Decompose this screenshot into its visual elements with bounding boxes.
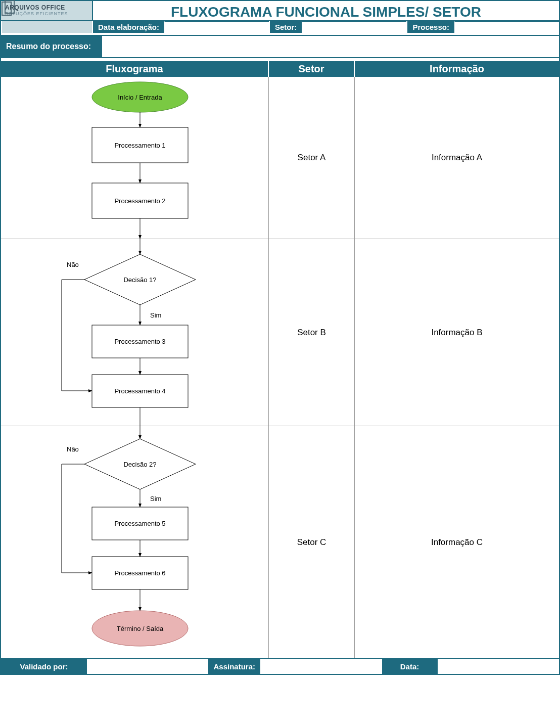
meta-processo-value[interactable]	[454, 21, 559, 33]
proc1-label: Processamento 1	[114, 142, 165, 149]
resumo-value[interactable]	[102, 35, 559, 58]
resumo-row: Resumo do processo:	[1, 33, 559, 58]
meta-processo-label: Processo:	[406, 21, 454, 33]
resumo-label: Resumo do processo:	[1, 35, 102, 58]
col-informacao: Informação	[355, 61, 559, 77]
column-headers: Fluxograma Setor Informação	[1, 58, 559, 77]
flux-cell-2: Decisão 1? Não Sim Processamento 3 Proce…	[1, 239, 269, 426]
meta-row: Data elaboração: Setor: Processo:	[1, 21, 559, 33]
proc5-label: Processamento 5	[114, 520, 165, 527]
assinatura-label: Assinatura:	[208, 659, 260, 674]
start-label: Início / Entrada	[118, 94, 162, 101]
col-setor: Setor	[269, 61, 355, 77]
logo-icon	[0, 0, 15, 17]
meta-data-label: Data elaboração:	[92, 21, 164, 33]
page-container: ARQUIVOS OFFICE SOLUÇÕES EFICIENTES FLUX…	[0, 0, 560, 675]
meta-data-value[interactable]	[164, 21, 269, 33]
no-label-1: Não	[67, 261, 79, 268]
flux-cell-3: Decisão 2? Não Sim Processamento 5 Proce…	[1, 426, 269, 658]
header-row: ARQUIVOS OFFICE SOLUÇÕES EFICIENTES FLUX…	[1, 1, 559, 21]
yes-label-2: Sim	[150, 495, 161, 503]
meta-setor-value[interactable]	[302, 21, 406, 33]
footer-data-value[interactable]	[438, 659, 559, 674]
lane-info: Informação A	[355, 77, 559, 239]
decision2-label: Decisão 2?	[123, 461, 156, 468]
lane-row: Início / Entrada Processamento 1 Process…	[1, 77, 559, 239]
lane-setor: Setor C	[269, 426, 355, 658]
lane-setor: Setor A	[269, 77, 355, 239]
assinatura-value[interactable]	[260, 659, 382, 674]
yes-label-1: Sim	[150, 311, 161, 319]
validado-label: Validado por:	[1, 659, 87, 674]
end-label: Término / Saída	[117, 625, 164, 632]
col-fluxograma: Fluxograma	[1, 61, 269, 77]
decision1-label: Decisão 1?	[123, 276, 156, 284]
lanes-body: Início / Entrada Processamento 1 Process…	[1, 77, 559, 658]
flux-cell-1: Início / Entrada Processamento 1 Process…	[1, 77, 269, 239]
lane-row: Decisão 2? Não Sim Processamento 5 Proce…	[1, 426, 559, 658]
no-label-2: Não	[67, 445, 79, 453]
footer-data-label: Data:	[382, 659, 438, 674]
page-title: FLUXOGRAMA FUNCIONAL SIMPLES/ SETOR	[92, 1, 559, 20]
proc2-label: Processamento 2	[114, 197, 165, 205]
proc4-label: Processamento 4	[114, 387, 165, 395]
logo-cell: ARQUIVOS OFFICE SOLUÇÕES EFICIENTES	[1, 1, 92, 20]
footer-row: Validado por: Assinatura: Data:	[1, 658, 559, 674]
proc6-label: Processamento 6	[114, 569, 165, 577]
proc3-label: Processamento 3	[114, 338, 165, 345]
validado-value[interactable]	[87, 659, 208, 674]
lane-info: Informação B	[355, 239, 559, 426]
meta-setor-label: Setor:	[269, 21, 302, 33]
lane-info: Informação C	[355, 426, 559, 658]
lane-setor: Setor B	[269, 239, 355, 426]
lane-row: Decisão 1? Não Sim Processamento 3 Proce…	[1, 239, 559, 426]
